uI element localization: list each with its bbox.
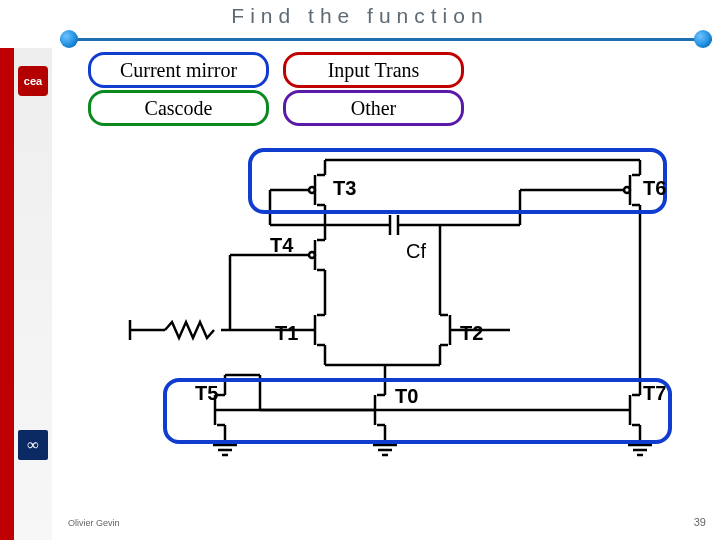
rule-dot-right (694, 30, 712, 48)
label-T6: T6 (643, 177, 666, 199)
label-T4: T4 (270, 234, 294, 256)
svg-point-5 (309, 187, 315, 193)
svg-point-12 (624, 187, 630, 193)
label-T2: T2 (460, 322, 483, 344)
slide-title: Find the function (0, 4, 720, 28)
page-number: 39 (694, 516, 706, 528)
label-Cf: Cf (406, 240, 426, 262)
title-rule (60, 38, 712, 41)
sidebar-stripe-red (0, 48, 14, 540)
label-T0: T0 (395, 385, 418, 407)
legend-cascode: Cascode (88, 90, 269, 126)
label-T5: T5 (195, 382, 218, 404)
cea-logo: cea (18, 66, 48, 96)
label-T7: T7 (643, 382, 666, 404)
legend-current-mirror: Current mirror (88, 52, 269, 88)
label-T3: T3 (333, 177, 356, 199)
label-T1: T1 (275, 322, 298, 344)
legend-input-trans: Input Trans (283, 52, 464, 88)
circuit-schematic: T3 T6 T4 Cf T1 T2 T5 T0 T7 (110, 140, 680, 470)
sidebar-stripe-grey (14, 48, 52, 540)
irfu-logo: ∞ (18, 430, 48, 460)
legend-other: Other (283, 90, 464, 126)
rule-dot-left (60, 30, 78, 48)
footer-author: Olivier Gevin (68, 518, 120, 528)
svg-point-22 (309, 252, 315, 258)
